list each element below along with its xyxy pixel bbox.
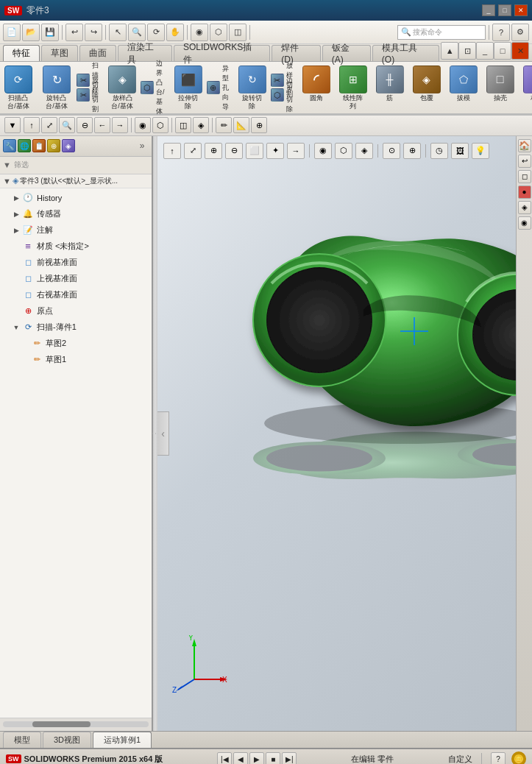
status-stop-btn[interactable]: ■ (266, 752, 280, 764)
cmd-rotate[interactable]: ↑ (24, 117, 40, 133)
status-back-btn[interactable]: ◀ (233, 752, 248, 764)
intersect-btn[interactable]: ⊗ 相交 (522, 64, 532, 112)
tab-sketch[interactable]: 草图 (41, 45, 78, 61)
left-resize-handle[interactable]: ‹ (157, 411, 169, 456)
new-btn[interactable]: 📄 (3, 24, 21, 41)
feature-tree-icon1[interactable]: 🔧 (3, 139, 16, 152)
viewport[interactable]: ‹ ↑ ⤢ ⊕ ⊖ ⬜ ✦ → ◉ ⬡ ◈ ⊙ ⊕ ◷ 🖼 💡 (157, 136, 532, 731)
pan-btn[interactable]: ✋ (166, 24, 184, 41)
cmd-zoom-in[interactable]: 🔍 (59, 117, 75, 133)
tree-item-top-plane[interactable]: ◻ 上视基准面 (0, 271, 152, 287)
vp-area-zoom-btn[interactable]: ⬜ (246, 143, 263, 159)
feature-tree-icon3[interactable]: 📋 (32, 139, 46, 152)
status-prev-btn[interactable]: |◀ (217, 752, 232, 764)
close-button[interactable]: ✕ (514, 4, 528, 16)
tab-weld[interactable]: 焊件(D) (272, 45, 321, 61)
tab-model[interactable]: 模型 (3, 732, 41, 748)
status-help-btn[interactable]: ? (491, 752, 506, 764)
sweep-boss-btn[interactable]: ⟳ 扫描凸台/基体 (3, 64, 34, 112)
cmd-measure[interactable]: 📐 (233, 117, 249, 133)
undo-btn[interactable]: ↩ (65, 24, 83, 41)
help-btn[interactable]: ? (492, 24, 510, 41)
boundary-cut-btn[interactable]: ⬡ 边界切除 (269, 88, 295, 102)
view-home-btn[interactable]: 🏠 (518, 139, 531, 152)
hole-wizard-btn[interactable]: ⊕ 异型孔向导 (205, 81, 231, 95)
tab-motion1[interactable]: 运动算例1 (93, 732, 152, 748)
save-btn[interactable]: 💾 (41, 24, 59, 41)
status-next-btn[interactable]: ▶| (282, 752, 297, 764)
vp-light-btn[interactable]: 💡 (472, 143, 489, 159)
tree-item-material[interactable]: ≡ 材质 <未指定> (0, 238, 152, 255)
cmd-zoom-out[interactable]: ⊖ (77, 117, 93, 133)
cmd-edit[interactable]: ✏ (216, 117, 232, 133)
view-display-btn[interactable]: ◻ (518, 170, 531, 183)
tab-sheetmetal[interactable]: 钣金(A) (322, 45, 371, 61)
tree-item-right-plane[interactable]: ◻ 右视基准面 (0, 287, 152, 303)
view-btn[interactable]: ◉ (191, 24, 208, 41)
cmd-section[interactable]: ◫ (175, 117, 191, 133)
tab-addins[interactable]: SOLIDWORKS插件 (174, 45, 270, 61)
vp-hide-show-btn[interactable]: ◈ (355, 143, 373, 159)
vp-snapshot-btn[interactable]: ◷ (430, 143, 448, 159)
zoom-btn[interactable]: 🔍 (128, 24, 146, 41)
wrap-btn[interactable]: ◈ 包覆 (411, 64, 442, 112)
shell-btn[interactable]: □ 抽壳 (485, 64, 516, 112)
rib-btn[interactable]: ╫ 筋 (375, 64, 405, 112)
tree-item-front-plane[interactable]: ◻ 前视基准面 (0, 255, 152, 271)
maximize-button[interactable]: □ (498, 4, 511, 16)
vp-section-view-btn[interactable]: ⊙ (383, 143, 400, 159)
open-btn[interactable]: 📂 (22, 24, 40, 41)
view-scene-btn[interactable]: ◈ (518, 201, 531, 214)
ribbon-max[interactable]: □ (494, 42, 511, 60)
rotate-btn[interactable]: ⟳ (147, 24, 165, 41)
cmd-prev-view[interactable]: ← (94, 117, 110, 133)
ribbon-close[interactable]: ✕ (511, 42, 529, 60)
tree-item-sketch2[interactable]: ✏ 草图2 (0, 336, 152, 352)
tree-scroll-track[interactable] (3, 721, 149, 727)
tree-item-notes[interactable]: ▶ 📝 注解 (0, 222, 152, 238)
revolve-cut-btn[interactable]: ↻ 旋转切除 (237, 64, 268, 112)
tree-item-sketch1[interactable]: ✏ 草图1 (0, 352, 152, 368)
vp-view-temp2-btn[interactable]: ⊕ (403, 143, 421, 159)
revolve-boss-btn[interactable]: ↻ 旋转凸台/基体 (40, 64, 74, 112)
feature-tree-icon4[interactable]: ⊕ (47, 139, 60, 152)
view-prev-btn[interactable]: ↩ (518, 155, 531, 168)
feature-tree-more[interactable]: » (135, 139, 149, 152)
linear-pattern-btn[interactable]: ⊞ 线性阵列 (338, 64, 369, 112)
section-btn[interactable]: ◫ (229, 24, 247, 41)
tree-item-sensor[interactable]: ▶ 🔔 传感器 (0, 206, 152, 222)
view-color-btn[interactable]: ● (518, 185, 531, 199)
vp-display-btn[interactable]: ⬡ (335, 143, 352, 159)
cmd-snap[interactable]: ⊕ (251, 117, 267, 133)
cmd-view-temp[interactable]: ◈ (193, 117, 209, 133)
fillet-btn[interactable]: ◜ 圆角 (301, 64, 332, 112)
vp-bg-btn[interactable]: 🖼 (451, 143, 469, 159)
vp-view-orient-btn[interactable]: ◉ (314, 143, 332, 159)
tree-item-origin[interactable]: ⊕ 原点 (0, 303, 152, 319)
tree-item-history[interactable]: ▶ 🕐 History (0, 190, 152, 206)
cmd-view-orient[interactable]: ◉ (135, 117, 151, 133)
cmd-next-view[interactable]: → (112, 117, 128, 133)
vp-zoom-out-btn[interactable]: ⊖ (225, 143, 243, 159)
tab-features[interactable]: 特征 (3, 45, 40, 61)
boundary-boss-btn[interactable]: ⬡ 边界凸台/基体 (138, 81, 167, 95)
ribbon-help[interactable]: _ (476, 42, 494, 60)
tree-item-sweep[interactable]: ▼ ⟳ 扫描-薄件1 (0, 319, 152, 336)
extrude-cut-btn[interactable]: ⬛ 拉伸切除 (173, 64, 204, 112)
status-coin[interactable]: 🪙 (511, 751, 526, 764)
vp-normal-to-btn[interactable]: ↑ (163, 143, 181, 159)
display-btn[interactable]: ⬡ (210, 24, 227, 41)
ribbon-options[interactable]: ⊡ (458, 42, 476, 60)
tab-mold[interactable]: 模具工具(O) (372, 45, 439, 61)
search-box[interactable]: 🔍 搜索命令 (397, 25, 486, 40)
tree-scroll[interactable] (0, 718, 152, 731)
loft-boss-btn[interactable]: ◈ 放样凸台/基体 (107, 64, 138, 112)
feature-tree-icon5[interactable]: ◈ (62, 139, 75, 152)
select-btn[interactable]: ↖ (109, 24, 127, 41)
tab-surface[interactable]: 曲面 (79, 45, 116, 61)
view-realview-btn[interactable]: ◉ (518, 216, 531, 230)
vp-pan-btn[interactable]: → (287, 143, 305, 159)
cmd-display-style[interactable]: ⬡ (152, 117, 169, 133)
loft-cut-btn[interactable]: ✂ 放样切割 (74, 88, 101, 102)
cmd-zoom-fit[interactable]: ⤢ (41, 117, 57, 133)
